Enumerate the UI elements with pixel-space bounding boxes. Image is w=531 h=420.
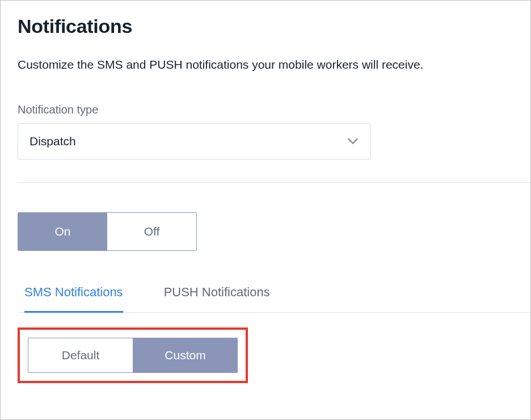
on-off-toggle: On Off — [18, 212, 197, 251]
tab-sms-notifications[interactable]: SMS Notifications — [24, 285, 123, 313]
notification-type-select[interactable]: Dispatch — [18, 123, 370, 159]
mode-highlight: Default Custom — [18, 327, 248, 383]
tab-push-notifications[interactable]: PUSH Notifications — [164, 285, 270, 313]
divider — [17, 182, 530, 183]
notification-tabs: SMS Notifications PUSH Notifications — [18, 285, 530, 313]
default-custom-toggle: Default Custom — [28, 338, 238, 373]
notification-type-label: Notification type — [18, 103, 513, 116]
toggle-off-button[interactable]: Off — [107, 213, 196, 250]
mode-custom-button[interactable]: Custom — [133, 338, 238, 373]
page-title: Notifications — [18, 15, 513, 37]
toggle-on-button[interactable]: On — [18, 213, 107, 250]
page-description: Customize the SMS and PUSH notifications… — [18, 58, 513, 72]
mode-default-button[interactable]: Default — [28, 338, 133, 373]
notification-type-value: Dispatch — [30, 135, 76, 148]
